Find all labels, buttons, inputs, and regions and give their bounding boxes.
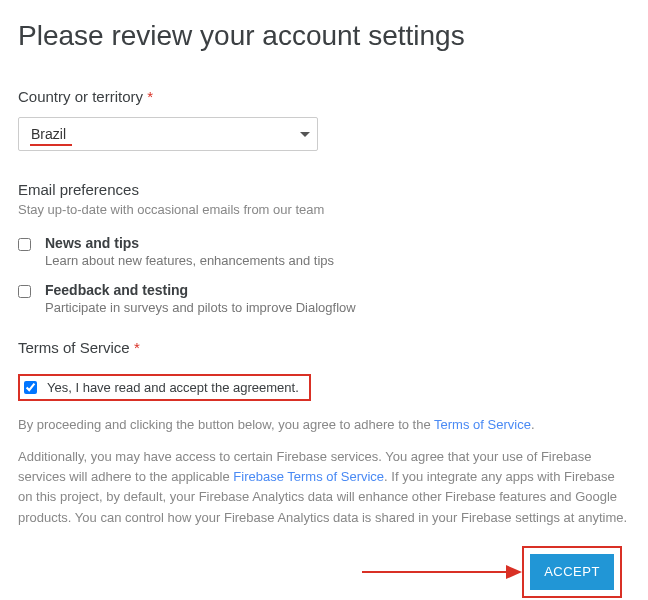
required-asterisk: * [134,339,140,356]
footer: ACCEPT [18,540,630,600]
agree-highlight-box: Yes, I have read and accept the agreemen… [18,374,311,401]
tos-heading: Terms of Service * [18,339,630,356]
agree-checkbox[interactable] [24,381,37,394]
pref-title: News and tips [45,235,334,251]
pref-row-feedback: Feedback and testing Participate in surv… [18,282,630,315]
country-select[interactable]: Brazil [18,117,318,151]
tos-paragraph-1: By proceeding and clicking the button be… [18,415,630,435]
country-select-wrap: Brazil [18,117,630,151]
email-subtext: Stay up-to-date with occasional emails f… [18,202,630,217]
agree-label: Yes, I have read and accept the agreemen… [47,380,299,395]
tos-heading-text: Terms of Service [18,339,130,356]
required-asterisk: * [147,88,153,105]
country-label: Country or territory * [18,88,630,105]
news-checkbox[interactable] [18,238,31,251]
accept-button[interactable]: ACCEPT [530,554,614,590]
accept-highlight-box: ACCEPT [522,546,622,598]
page-title: Please review your account settings [18,20,630,52]
feedback-checkbox[interactable] [18,285,31,298]
email-heading: Email preferences [18,181,630,198]
pref-title: Feedback and testing [45,282,356,298]
tos-text: By proceeding and clicking the button be… [18,417,434,432]
pref-desc: Learn about new features, enhancements a… [45,253,334,268]
country-label-text: Country or territory [18,88,143,105]
arrow-icon [362,562,522,582]
tos-text: . [531,417,535,432]
pref-row-news: News and tips Learn about new features, … [18,235,630,268]
tos-link[interactable]: Terms of Service [434,417,531,432]
svg-marker-1 [506,565,522,579]
pref-desc: Participate in surveys and pilots to imp… [45,300,356,315]
firebase-tos-link[interactable]: Firebase Terms of Service [233,469,384,484]
tos-paragraph-2: Additionally, you may have access to cer… [18,447,630,528]
